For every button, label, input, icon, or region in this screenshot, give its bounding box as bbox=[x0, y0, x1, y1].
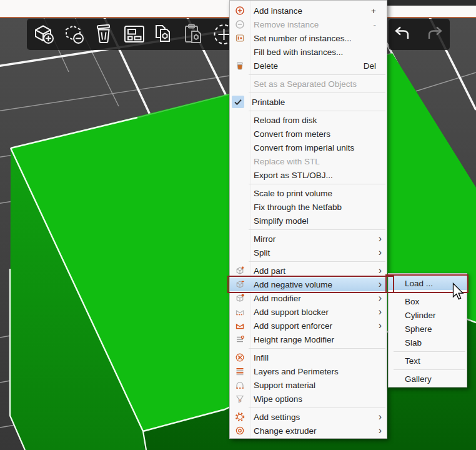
menu-item-fill-bed-with-instances[interactable]: Fill bed with instances... bbox=[230, 45, 387, 59]
menu-item-add-instance[interactable]: Add instance+ bbox=[230, 4, 387, 18]
menu-item-add-settings[interactable]: Add settings› bbox=[230, 410, 387, 424]
annotation-box-add-negative-volume bbox=[227, 276, 394, 293]
menu-item-support-material[interactable]: Support material bbox=[230, 378, 387, 392]
menu-separator bbox=[230, 259, 387, 264]
menu-separator bbox=[389, 368, 467, 372]
menu-separator bbox=[230, 91, 387, 95]
menu-item-split[interactable]: Split› bbox=[230, 246, 387, 259]
icon-spacer bbox=[232, 169, 248, 181]
top-dark-strip bbox=[385, 0, 476, 6]
menu-item-export-as-stl-obj[interactable]: Export as STL/OBJ... bbox=[230, 168, 387, 182]
menu-item-convert-from-meters[interactable]: Convert from meters bbox=[230, 127, 387, 141]
height-range-icon bbox=[232, 333, 248, 346]
copy-button[interactable] bbox=[151, 21, 178, 48]
menu-item-sphere[interactable]: Sphere bbox=[389, 322, 467, 336]
menu-item-label: Cylinder bbox=[405, 311, 464, 320]
printable-checkmark-icon bbox=[232, 96, 244, 108]
submenu-arrow-icon: › bbox=[379, 412, 382, 421]
menu-item-label: Fill bed with instances... bbox=[254, 48, 384, 57]
menu-item-label: Fix through the Netfabb bbox=[254, 202, 384, 212]
arrange-button[interactable] bbox=[121, 21, 148, 48]
menu-item-delete[interactable]: DeleteDel bbox=[230, 59, 387, 72]
support-enforcer-icon bbox=[232, 319, 248, 332]
support-blocker-icon bbox=[232, 306, 248, 318]
redo-arrow-icon bbox=[423, 22, 448, 47]
icon-spacer bbox=[232, 232, 248, 245]
menu-item-label: Split bbox=[254, 248, 379, 258]
mouse-cursor-icon bbox=[452, 282, 466, 302]
menu-item-cylinder[interactable]: Cylinder bbox=[389, 308, 467, 322]
menu-item-replace-with-stl[interactable]: Replace with STL bbox=[230, 154, 387, 168]
menu-item-label: Remove instance bbox=[254, 20, 374, 29]
menu-item-add-support-blocker[interactable]: Add support blocker› bbox=[230, 305, 387, 319]
menu-item-add-modifier[interactable]: Add modifier› bbox=[230, 291, 387, 305]
menu-item-label: Convert from meters bbox=[254, 129, 384, 139]
menu-item-label: Change extruder bbox=[254, 426, 379, 436]
undo-arrow-icon bbox=[390, 22, 415, 47]
menu-item-fix-through-the-netfabb[interactable]: Fix through the Netfabb bbox=[230, 200, 387, 214]
icon-spacer bbox=[232, 141, 248, 154]
menu-item-height-range-modifier[interactable]: Height range Modifier bbox=[230, 332, 387, 346]
menu-item-label: Replace with STL bbox=[254, 157, 384, 166]
menu-item-label: Wipe options bbox=[254, 394, 384, 404]
menu-item-change-extruder[interactable]: Change extruder› bbox=[230, 424, 387, 438]
submenu-arrow-icon: › bbox=[379, 234, 382, 243]
menu-item-label: Convert from imperial units bbox=[254, 143, 384, 152]
menu-item-label: Support material bbox=[254, 381, 384, 390]
menu-item-label: Set number of instances... bbox=[254, 34, 384, 43]
menu-item-set-number-of-instances[interactable]: Set number of instances... bbox=[230, 31, 387, 45]
menu-item-text[interactable]: Text bbox=[389, 354, 467, 368]
menu-item-label: Sphere bbox=[405, 324, 464, 334]
menu-item-remove-instance[interactable]: Remove instance- bbox=[230, 18, 387, 31]
submenu-arrow-icon: › bbox=[379, 294, 382, 302]
layers-icon bbox=[232, 365, 248, 378]
menu-item-label: Delete bbox=[254, 61, 364, 71]
menu-item-mirror[interactable]: Mirror› bbox=[230, 232, 387, 246]
arrange-icon bbox=[122, 22, 147, 47]
menu-item-reload-from-disk[interactable]: Reload from disk bbox=[230, 113, 387, 127]
menu-item-infill[interactable]: Infill bbox=[230, 351, 387, 364]
menu-item-add-support-enforcer[interactable]: Add support enforcer› bbox=[230, 319, 387, 332]
menu-item-printable[interactable]: Printable bbox=[230, 95, 387, 109]
infill-icon bbox=[232, 351, 248, 364]
icon-spacer bbox=[232, 155, 248, 168]
menu-item-set-as-a-separated-objects[interactable]: Set as a Separated Objects bbox=[230, 77, 387, 91]
menu-item-label: Printable bbox=[252, 98, 384, 107]
cube-dot-icon bbox=[232, 292, 248, 304]
menu-item-label: Add settings bbox=[254, 412, 379, 422]
menu-separator bbox=[230, 109, 387, 113]
support-material-icon bbox=[232, 379, 248, 391]
paste-button[interactable] bbox=[181, 21, 208, 48]
menu-item-simplify-model[interactable]: Simplify model bbox=[230, 214, 387, 228]
menu-item-shortcut: + bbox=[371, 6, 376, 16]
menu-separator bbox=[389, 349, 467, 354]
submenu-arrow-icon: › bbox=[379, 426, 382, 435]
remove-object-icon bbox=[62, 22, 87, 47]
add-object-button[interactable] bbox=[31, 21, 58, 48]
history-toolbar bbox=[389, 19, 450, 50]
remove-object-button[interactable] bbox=[61, 21, 88, 48]
menu-item-label: Export as STL/OBJ... bbox=[254, 171, 384, 180]
icon-spacer bbox=[232, 214, 248, 227]
menu-item-label: Add part bbox=[254, 266, 379, 276]
copy-icon bbox=[152, 22, 177, 47]
menu-item-label: Slab bbox=[405, 338, 464, 348]
menu-item-label: Scale to print volume bbox=[254, 189, 384, 198]
prusaslicer-window: Add instance+Remove instance-Set number … bbox=[0, 0, 476, 450]
icon-spacer bbox=[232, 128, 248, 140]
undo-arrow-button[interactable] bbox=[389, 21, 417, 48]
icon-spacer bbox=[232, 246, 248, 259]
menu-item-slab[interactable]: Slab bbox=[389, 336, 467, 349]
icon-spacer bbox=[232, 201, 248, 213]
gear-icon bbox=[232, 411, 248, 423]
menu-item-label: Infill bbox=[254, 353, 384, 362]
menu-item-gallery[interactable]: Gallery bbox=[389, 372, 467, 386]
menu-separator bbox=[230, 228, 387, 232]
menu-item-scale-to-print-volume[interactable]: Scale to print volume bbox=[230, 186, 387, 200]
menu-item-convert-from-imperial-units[interactable]: Convert from imperial units bbox=[230, 141, 387, 154]
menu-item-wipe-options[interactable]: Wipe options bbox=[230, 392, 387, 406]
redo-arrow-button[interactable] bbox=[422, 21, 449, 48]
circle-minus-icon bbox=[232, 18, 248, 31]
delete-all-button[interactable] bbox=[91, 21, 118, 48]
menu-item-layers-and-perimeters[interactable]: Layers and Perimeters bbox=[230, 364, 387, 378]
